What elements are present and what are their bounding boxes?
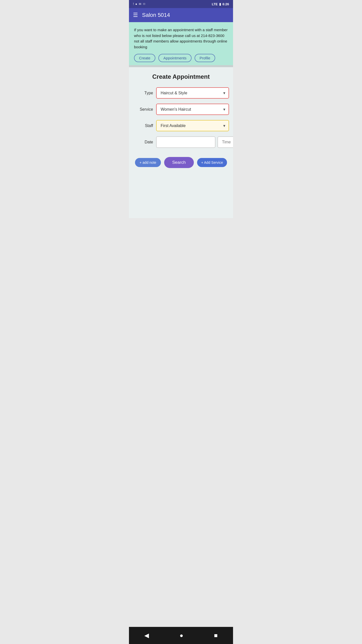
service-label: Service [133, 107, 153, 112]
status-bar: ! ● ✉ ♾ LTE ▮ 6:26 [129, 0, 233, 8]
staff-select-wrapper: First Available Stylist 1 Stylist 2 ▼ [156, 120, 229, 131]
info-text: If you want to make an appointment with … [134, 27, 228, 50]
status-right: LTE ▮ 6:26 [212, 2, 229, 6]
appointments-button[interactable]: Appointments [158, 54, 192, 62]
search-button[interactable]: Search [164, 157, 194, 168]
form-area: Create Appointment Type Haircut & Style … [129, 67, 233, 218]
menu-icon[interactable]: ☰ [133, 12, 138, 18]
notification-icon: ! [133, 2, 134, 6]
staff-row: Staff First Available Stylist 1 Stylist … [133, 120, 229, 131]
add-note-button[interactable]: + add note [135, 158, 161, 167]
profile-button[interactable]: Profile [195, 54, 215, 62]
date-row: Date [133, 136, 229, 148]
type-label: Type [133, 91, 153, 95]
date-label: Date [133, 140, 153, 144]
message-icon: ✉ [139, 2, 141, 6]
banner-buttons: Create Appointments Profile [134, 54, 228, 62]
status-left: ! ● ✉ ♾ [133, 2, 146, 6]
time-display: 6:26 [222, 2, 229, 6]
time-input[interactable] [217, 136, 233, 148]
signal-icon: ● [135, 2, 137, 6]
type-row: Type Haircut & Style Color Blowout Treat… [133, 87, 229, 99]
create-button[interactable]: Create [134, 54, 155, 62]
service-select-wrapper: Women's Haircut Men's Haircut Children's… [156, 104, 229, 115]
section-divider [129, 65, 233, 67]
network-indicator: LTE [212, 2, 218, 6]
service-select[interactable]: Women's Haircut Men's Haircut Children's… [156, 104, 229, 115]
staff-label: Staff [133, 124, 153, 128]
bottom-bar: + add note Search + Add Service [133, 153, 229, 172]
app-header: ☰ Salon 5014 [129, 8, 233, 22]
type-select[interactable]: Haircut & Style Color Blowout Treatment [156, 87, 229, 99]
service-row: Service Women's Haircut Men's Haircut Ch… [133, 104, 229, 115]
battery-icon: ▮ [219, 2, 221, 6]
date-input[interactable] [156, 136, 215, 148]
add-service-button[interactable]: + Add Service [197, 158, 227, 167]
staff-select[interactable]: First Available Stylist 1 Stylist 2 [156, 120, 229, 131]
type-select-wrapper: Haircut & Style Color Blowout Treatment … [156, 87, 229, 99]
app-title: Salon 5014 [142, 12, 170, 18]
android-icon: ♾ [143, 2, 146, 6]
info-banner: If you want to make an appointment with … [129, 22, 233, 65]
date-inputs [156, 136, 233, 148]
form-title: Create Appointment [133, 73, 229, 80]
